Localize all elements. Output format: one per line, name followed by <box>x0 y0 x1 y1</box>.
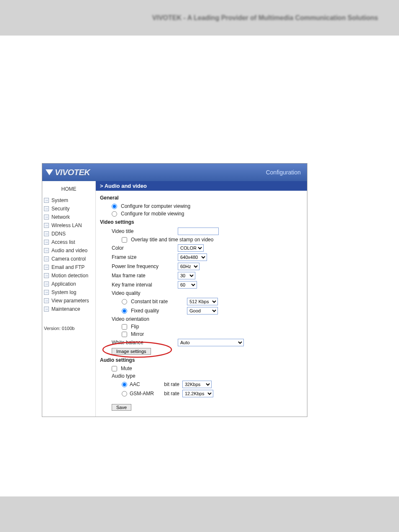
sidebar-item-camera-control[interactable]: →Camera control <box>42 255 95 263</box>
mute-checkbox[interactable] <box>112 366 117 371</box>
sidebar-item-label: System log <box>51 289 76 295</box>
white-balance-label: White balance <box>112 340 175 345</box>
sidebar-item-label: Security <box>51 206 69 212</box>
gsm-label: GSM-AMR <box>130 391 155 396</box>
cbr-row: Constant bit rate 512 Kbps <box>100 297 303 306</box>
fq-row: Fixed quality Good <box>100 306 303 315</box>
flip-checkbox[interactable] <box>122 324 127 330</box>
kfi-label: Key frame interval <box>112 282 175 288</box>
aac-row: AAC bit rate 32Kbps <box>100 380 303 389</box>
audio-type-row: Audio type <box>100 372 303 380</box>
sidebar-home[interactable]: HOME <box>42 181 95 196</box>
flip-label: Flip <box>131 324 139 330</box>
kfi-select[interactable]: 60 <box>178 281 197 289</box>
plf-row: Power line frequency 60Hz <box>100 262 303 271</box>
configure-computer-radio[interactable] <box>112 204 117 209</box>
image-settings-button[interactable]: Image settings <box>112 348 151 355</box>
config-window: VIVOTEK Configuration HOME →System →Secu… <box>42 163 307 417</box>
frame-size-label: Frame size <box>112 254 175 260</box>
sidebar-item-email-ftp[interactable]: →Email and FTP <box>42 263 95 271</box>
mute-row: Mute <box>100 365 303 372</box>
mirror-checkbox[interactable] <box>122 332 127 337</box>
configure-mobile-row: Configure for mobile viewing <box>100 210 303 217</box>
page-title: Configuration <box>266 169 301 176</box>
sidebar-item-label: Network <box>51 214 70 220</box>
plf-select[interactable]: 60Hz <box>178 263 200 270</box>
arrow-right-icon: → <box>44 265 49 270</box>
arrow-right-icon: → <box>44 281 49 286</box>
gsm-bitrate-select[interactable]: 12.2Kbps <box>182 390 213 397</box>
plf-label: Power line frequency <box>112 263 175 269</box>
sidebar-item-system[interactable]: →System <box>42 196 95 205</box>
sidebar-item-network[interactable]: →Network <box>42 213 95 221</box>
gsm-radio[interactable] <box>122 391 127 396</box>
sidebar-item-label: Motion detection <box>51 273 88 279</box>
flip-row: Flip <box>100 323 303 330</box>
configure-computer-row: Configure for computer viewing <box>100 202 303 210</box>
sidebar-item-security[interactable]: →Security <box>42 205 95 213</box>
arrow-right-icon: → <box>44 273 49 278</box>
sidebar-item-wireless-lan[interactable]: →Wireless LAN <box>42 221 95 230</box>
version-label: Version: 0100b <box>42 313 95 331</box>
overlay-checkbox[interactable] <box>122 237 127 243</box>
video-title-label: Video title <box>112 228 175 234</box>
overlay-row: Overlay title and time stamp on video <box>100 236 303 243</box>
audio-settings-heading: Audio settings <box>100 357 303 363</box>
mfr-label: Max frame rate <box>112 273 175 279</box>
save-button[interactable]: Save <box>112 404 131 411</box>
white-balance-select[interactable]: Auto <box>178 339 244 346</box>
audio-type-label: Audio type <box>112 373 136 379</box>
video-title-row: Video title <box>100 227 303 236</box>
aac-radio[interactable] <box>122 382 127 387</box>
video-quality-label: Video quality <box>112 290 175 296</box>
aac-label: AAC <box>130 381 155 387</box>
mirror-label: Mirror <box>131 331 144 337</box>
sidebar-item-maintenance[interactable]: →Maintenance <box>42 305 95 313</box>
page-header-band: VIVOTEK - A Leading Provider of Multimed… <box>0 0 399 36</box>
sidebar-item-audio-video[interactable]: →Audio and video <box>42 246 95 255</box>
sidebar-item-access-list[interactable]: →Access list <box>42 238 95 246</box>
video-settings-heading: Video settings <box>100 219 303 225</box>
section-title-bar: > Audio and video <box>96 181 307 191</box>
overlay-label: Overlay title and time stamp on video <box>131 237 213 243</box>
fq-select[interactable]: Good <box>187 307 218 315</box>
sidebar-item-view-parameters[interactable]: →View parameters <box>42 297 95 305</box>
color-select[interactable]: COLOR <box>178 244 204 252</box>
arrow-right-icon: → <box>44 290 49 295</box>
configure-mobile-radio[interactable] <box>112 211 117 217</box>
arrow-right-icon: → <box>44 256 49 261</box>
frame-size-select[interactable]: 640x480 <box>178 253 207 261</box>
sidebar-item-motion-detection[interactable]: →Motion detection <box>42 271 95 280</box>
white-balance-row: White balance Auto <box>100 338 303 347</box>
configure-computer-label: Configure for computer viewing <box>121 203 190 209</box>
mirror-row: Mirror <box>100 330 303 338</box>
logo-mark-icon <box>46 169 53 176</box>
video-quality-row: Video quality <box>100 289 303 297</box>
cbr-select[interactable]: 512 Kbps <box>187 298 218 305</box>
arrow-right-icon: → <box>44 240 49 245</box>
color-label: Color <box>112 245 175 251</box>
aac-bitrate-select[interactable]: 32Kbps <box>182 381 212 388</box>
save-row: Save <box>100 398 303 411</box>
color-row: Color COLOR <box>100 243 303 253</box>
arrow-right-icon: → <box>44 307 49 312</box>
app-header: VIVOTEK Configuration <box>42 164 307 181</box>
brand-logo: VIVOTEK <box>46 168 90 177</box>
constant-bitrate-radio[interactable] <box>122 299 127 304</box>
fixed-quality-radio[interactable] <box>122 308 127 314</box>
arrow-right-icon: → <box>44 223 49 228</box>
video-title-input[interactable] <box>178 228 219 235</box>
sidebar-item-system-log[interactable]: →System log <box>42 288 95 297</box>
sidebar-item-label: Audio and video <box>51 248 87 253</box>
page-footer-band <box>0 496 399 532</box>
sidebar-item-application[interactable]: →Application <box>42 280 95 288</box>
frame-size-row: Frame size 640x480 <box>100 253 303 262</box>
mfr-select[interactable]: 30 <box>178 272 195 279</box>
page-header-tagline: VIVOTEK - A Leading Provider of Multimed… <box>152 14 378 22</box>
sidebar-item-ddns[interactable]: →DDNS <box>42 230 95 238</box>
cbr-label: Constant bit rate <box>131 299 184 304</box>
sidebar-item-label: Access list <box>51 239 75 245</box>
arrow-right-icon: → <box>44 231 49 236</box>
configure-mobile-label: Configure for mobile viewing <box>121 211 184 217</box>
kfi-row: Key frame interval 60 <box>100 280 303 289</box>
